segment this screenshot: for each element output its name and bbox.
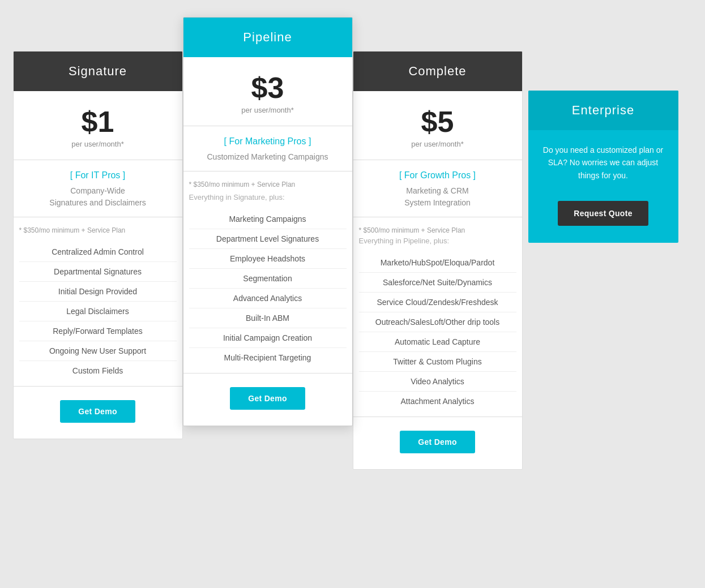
list-item: Twitter & Custom Plugins	[359, 352, 516, 372]
list-item: Employee Headshots	[189, 249, 347, 269]
list-item: Outreach/SalesLoft/Other drip tools	[359, 312, 516, 332]
complete-tag-desc: Marketing & CRM System Integration	[359, 185, 516, 209]
list-item: Video Analytics	[359, 372, 516, 392]
pipeline-minimum-note: * $350/mo minimum + Service Plan	[189, 181, 347, 188]
list-item: Built-In ABM	[189, 308, 347, 328]
signature-price-section: $1 per user/month*	[14, 91, 182, 160]
complete-features-section: * $500/mo minimum + Service Plan Everyth…	[353, 217, 522, 417]
list-item: Salesforce/Net Suite/Dynamics	[359, 273, 516, 293]
enterprise-header: Enterprise	[528, 91, 678, 130]
enterprise-title: Enterprise	[572, 103, 634, 117]
list-item: Reply/Forward Templates	[19, 321, 177, 341]
list-item: Initial Design Provided	[19, 282, 177, 302]
list-item: Initial Campaign Creation	[189, 328, 347, 348]
enterprise-body: Do you need a customized plan or SLA? No…	[528, 130, 678, 195]
complete-price: $5	[359, 105, 516, 139]
signature-tag-section: [ For IT Pros ] Company-Wide Signatures …	[14, 160, 182, 217]
signature-tag: [ For IT Pros ]	[19, 170, 177, 181]
complete-tag: [ For Growth Pros ]	[359, 170, 516, 181]
signature-features-section: * $350/mo minimum + Service Plan Central…	[14, 217, 182, 387]
list-item: Advanced Analytics	[189, 289, 347, 308]
pipeline-price: $3	[189, 71, 347, 105]
signature-get-demo-button[interactable]: Get Demo	[60, 400, 135, 423]
pipeline-everything-note: Everything in Signature, plus:	[189, 193, 347, 201]
pipeline-cta-section: Get Demo	[183, 374, 352, 426]
list-item: Custom Fields	[19, 361, 177, 380]
pipeline-title: Pipeline	[243, 30, 292, 44]
pipeline-per-user: per user/month*	[189, 106, 347, 114]
list-item: Attachment Analytics	[359, 392, 516, 411]
plan-pipeline: Pipeline $3 per user/month* [ For Market…	[183, 17, 353, 426]
list-item: Department Level Signatures	[189, 229, 347, 249]
complete-per-user: per user/month*	[359, 140, 516, 148]
pipeline-tag-section: [ For Marketing Pros ] Customized Market…	[183, 126, 352, 171]
plan-signature: Signature $1 per user/month* [ For IT Pr…	[13, 51, 183, 439]
pipeline-price-section: $3 per user/month*	[183, 57, 352, 126]
signature-header: Signature	[14, 51, 182, 91]
list-item: Centralized Admin Control	[19, 242, 177, 262]
signature-per-user: per user/month*	[19, 140, 177, 148]
complete-cta-section: Get Demo	[353, 417, 522, 469]
complete-minimum-note: * $500/mo minimum + Service Plan	[359, 226, 516, 234]
complete-title: Complete	[408, 64, 466, 78]
list-item: Ongoing New User Support	[19, 341, 177, 361]
plan-complete: Complete $5 per user/month* [ For Growth…	[353, 51, 523, 470]
pricing-container: Signature $1 per user/month* [ For IT Pr…	[13, 17, 693, 470]
list-item: Multi-Recipient Targeting	[189, 348, 347, 367]
list-item: Automatic Lead Capture	[359, 332, 516, 352]
signature-minimum-note: * $350/mo minimum + Service Plan	[19, 226, 177, 234]
complete-price-section: $5 per user/month*	[353, 91, 522, 160]
enterprise-request-quote-button[interactable]: Request Quote	[558, 201, 648, 226]
pipeline-tag: [ For Marketing Pros ]	[189, 136, 347, 147]
complete-everything-note: Everything in Pipeline, plus:	[359, 237, 516, 245]
list-item: Marketo/HubSpot/Eloqua/Pardot	[359, 253, 516, 273]
complete-tag-section: [ For Growth Pros ] Marketing & CRM Syst…	[353, 160, 522, 217]
enterprise-cta-section: Request Quote	[528, 195, 678, 243]
signature-tag-desc: Company-Wide Signatures and Disclaimers	[19, 185, 177, 209]
complete-get-demo-button[interactable]: Get Demo	[400, 431, 475, 453]
pipeline-get-demo-button[interactable]: Get Demo	[230, 387, 305, 410]
signature-cta-section: Get Demo	[14, 387, 182, 439]
signature-price: $1	[19, 105, 177, 139]
list-item: Departmental Signatures	[19, 262, 177, 282]
pipeline-features-section: * $350/mo minimum + Service Plan Everyth…	[183, 171, 352, 374]
signature-title: Signature	[69, 64, 127, 78]
list-item: Marketing Campaigns	[189, 209, 347, 229]
pipeline-tag-desc: Customized Marketing Campaigns	[189, 151, 347, 163]
pipeline-header: Pipeline	[183, 18, 352, 57]
list-item: Legal Disclaimers	[19, 302, 177, 321]
list-item: Service Cloud/Zendesk/Freshdesk	[359, 293, 516, 312]
complete-header: Complete	[353, 51, 522, 91]
list-item: Segmentation	[189, 269, 347, 289]
plan-enterprise: Enterprise Do you need a customized plan…	[528, 91, 678, 243]
